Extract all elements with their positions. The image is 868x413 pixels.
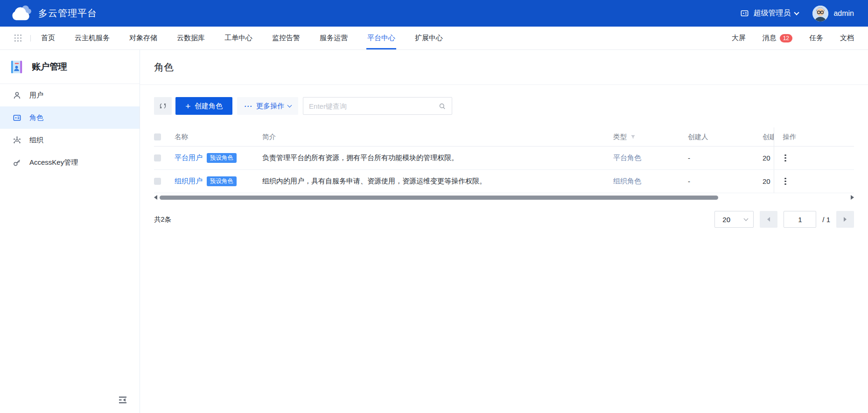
search-box [303,97,452,115]
next-arrow-icon [844,217,847,222]
column-header-ops: 操作 [774,127,854,146]
username[interactable]: admin [833,9,854,18]
sidebar-title: 账户管理 [32,61,67,73]
row-checkbox[interactable] [154,154,161,161]
nav-item-service-ops[interactable]: 服务运营 [320,27,348,49]
nav-item-docs[interactable]: 文档 [840,34,854,42]
nav-item-messages[interactable]: 消息 12 [763,34,792,42]
type-header-label: 类型 [613,133,627,141]
nav-item-platform-center[interactable]: 平台中心 [367,27,395,49]
toolbar: 创建角色 更多操作 [154,97,854,115]
sidebar-item-label: 用户 [29,91,43,100]
divider [30,35,31,42]
nav-item-dashboard-screen[interactable]: 大屏 [732,34,746,42]
role-type: 组织角色 [613,177,641,186]
pagination: 20 / 1 [714,211,854,228]
org-icon [13,136,21,145]
next-page-button[interactable] [836,211,854,228]
row-checkbox[interactable] [154,178,161,185]
app-title: 多云管理平台 [38,7,97,20]
more-actions-button[interactable]: 更多操作 [237,97,298,115]
id-card-icon [13,113,21,122]
prev-page-button[interactable] [760,211,777,228]
navbar: 首页 云主机服务 对象存储 云数据库 工单中心 监控告警 服务运营 平台中心 扩… [0,27,868,50]
horizontal-scrollbar [154,195,854,200]
role-badge-icon [740,9,749,18]
create-role-button[interactable]: 创建角色 [175,97,232,115]
avatar[interactable] [812,6,828,21]
role-name-link[interactable]: 组织用户 [175,177,203,186]
refresh-icon [159,102,167,110]
sidebar-item-roles[interactable]: 角色 [0,106,140,129]
sidebar-collapse-icon[interactable] [117,394,128,406]
create-role-label: 创建角色 [195,102,223,111]
plus-icon [185,102,190,111]
nav-item-ticket-center[interactable]: 工单中心 [224,27,252,49]
sidebar-item-label: 组织 [29,136,43,145]
role-switcher[interactable]: 超级管理员 [740,8,798,18]
sidebar-item-label: 角色 [29,113,43,122]
sidebar-item-users[interactable]: 用户 [0,84,140,106]
chevron-down-icon [744,217,749,221]
table-row: 组织用户 预设角色 组织内的用户，具有自服务申请、资源使用，资源运维变更等操作权… [154,170,854,193]
account-book-icon [9,59,25,75]
role-desc: 组织内的用户，具有自服务申请、资源使用，资源运维变更等操作权限。 [262,170,613,193]
scrollbar-track[interactable] [159,196,849,200]
preset-role-tag: 预设角色 [207,153,237,163]
role-creator: - [688,170,763,193]
messages-label: 消息 [763,34,777,42]
roles-table: 名称 简介 类型 创建人 创建时间 操作 [154,127,854,193]
sidebar-item-accesskey[interactable]: AccessKey管理 [0,151,140,174]
prev-arrow-icon [767,217,770,222]
total-count: 共2条 [154,215,171,224]
sidebar-item-organization[interactable]: 组织 [0,129,140,151]
filter-icon[interactable] [630,134,636,140]
role-created-time: 20 [763,170,774,193]
page-number-input[interactable] [784,211,816,228]
role-creator: - [688,147,763,169]
page-header: 角色 [140,50,868,85]
role-type: 平台角色 [613,154,641,162]
row-actions-menu-icon[interactable] [783,153,788,164]
cloud-logo-icon [10,4,32,23]
sidebar: 账户管理 用户 角色 [0,50,140,413]
main-panel: 角色 创建角色 [140,50,868,413]
nav-item-home[interactable]: 首页 [41,27,55,49]
table-footer: 共2条 20 / 1 [154,211,854,228]
column-header-desc: 简介 [262,127,613,146]
scroll-right-arrow[interactable] [851,195,854,200]
page-total: / 1 [822,216,830,224]
refresh-button[interactable] [154,97,172,115]
role-desc: 负责管理平台的所有资源，拥有平台所有功能模块的管理权限。 [262,147,613,169]
scrollbar-thumb[interactable] [160,196,718,200]
app-launcher-icon[interactable] [14,34,22,42]
more-actions-label: 更多操作 [256,102,284,111]
page-size-select[interactable]: 20 [714,211,754,228]
select-all-checkbox[interactable] [154,133,161,140]
preset-role-tag: 预设角色 [207,176,237,186]
nav-item-cloud-host[interactable]: 云主机服务 [75,27,110,49]
nav-item-tasks[interactable]: 任务 [809,34,823,42]
scroll-left-arrow[interactable] [154,195,157,200]
sidebar-header: 账户管理 [0,50,140,84]
column-header-created: 创建时间 [763,127,774,146]
key-icon [13,158,21,167]
nav-item-monitoring[interactable]: 监控告警 [272,27,300,49]
message-count-badge: 12 [780,34,792,42]
nav-item-cloud-db[interactable]: 云数据库 [177,27,205,49]
row-actions-menu-icon[interactable] [783,176,788,187]
nav-item-extension-center[interactable]: 扩展中心 [415,27,443,49]
nav-item-object-storage[interactable]: 对象存储 [129,27,157,49]
table-row: 平台用户 预设角色 负责管理平台的所有资源，拥有平台所有功能模块的管理权限。 平… [154,147,854,170]
role-created-time: 20 [763,147,774,169]
page-title: 角色 [154,61,174,74]
role-name-link[interactable]: 平台用户 [175,154,203,162]
role-switcher-label: 超级管理员 [753,8,791,18]
topbar: 多云管理平台 超级管理员 adm [0,0,868,27]
search-input[interactable] [309,102,438,110]
column-header-name: 名称 [175,127,262,146]
column-header-creator: 创建人 [688,127,763,146]
column-header-type: 类型 [613,127,688,146]
user-icon [13,91,21,100]
search-icon[interactable] [438,102,446,110]
